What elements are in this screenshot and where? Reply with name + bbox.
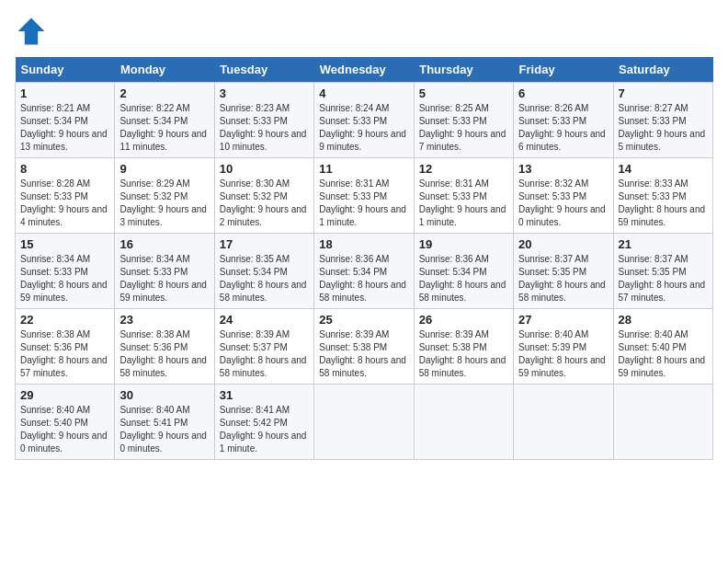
calendar-cell: 17 Sunrise: 8:35 AM Sunset: 5:34 PM Dayl… <box>214 234 313 309</box>
calendar-cell: 2 Sunrise: 8:22 AM Sunset: 5:34 PM Dayli… <box>115 83 214 158</box>
calendar-cell: 23 Sunrise: 8:38 AM Sunset: 5:36 PM Dayl… <box>115 309 214 385</box>
day-info: Sunrise: 8:33 AM Sunset: 5:33 PM Dayligh… <box>619 178 708 229</box>
day-info: Sunrise: 8:31 AM Sunset: 5:33 PM Dayligh… <box>419 178 508 229</box>
day-info: Sunrise: 8:29 AM Sunset: 5:32 PM Dayligh… <box>119 178 209 229</box>
day-info: Sunrise: 8:36 AM Sunset: 5:34 PM Dayligh… <box>319 253 408 304</box>
calendar-cell <box>414 385 513 460</box>
day-info: Sunrise: 8:34 AM Sunset: 5:33 PM Dayligh… <box>20 253 109 304</box>
calendar-cell: 9 Sunrise: 8:29 AM Sunset: 5:32 PM Dayli… <box>115 158 214 234</box>
calendar-cell <box>613 385 712 460</box>
calendar-cell: 13 Sunrise: 8:32 AM Sunset: 5:33 PM Dayl… <box>514 158 613 234</box>
calendar-cell: 5 Sunrise: 8:25 AM Sunset: 5:33 PM Dayli… <box>414 83 513 158</box>
calendar-cell: 8 Sunrise: 8:28 AM Sunset: 5:33 PM Dayli… <box>16 158 115 234</box>
day-number: 30 <box>119 388 209 402</box>
calendar-cell: 26 Sunrise: 8:39 AM Sunset: 5:38 PM Dayl… <box>414 309 513 385</box>
header-row: Sunday Monday Tuesday Wednesday Thursday… <box>16 57 713 83</box>
day-number: 31 <box>220 388 309 402</box>
day-info: Sunrise: 8:24 AM Sunset: 5:33 PM Dayligh… <box>319 102 408 154</box>
day-number: 3 <box>220 86 309 100</box>
day-number: 17 <box>220 237 309 251</box>
page-header <box>15 15 713 48</box>
day-info: Sunrise: 8:40 AM Sunset: 5:40 PM Dayligh… <box>20 404 109 455</box>
day-number: 4 <box>319 86 408 100</box>
day-number: 8 <box>20 162 109 176</box>
day-info: Sunrise: 8:40 AM Sunset: 5:41 PM Dayligh… <box>119 404 209 455</box>
calendar-week-row: 22 Sunrise: 8:38 AM Sunset: 5:36 PM Dayl… <box>16 309 713 385</box>
col-sunday: Sunday <box>16 57 115 83</box>
col-thursday: Thursday <box>414 57 513 83</box>
day-number: 20 <box>518 237 608 251</box>
calendar-cell: 19 Sunrise: 8:36 AM Sunset: 5:34 PM Dayl… <box>414 234 513 309</box>
day-info: Sunrise: 8:35 AM Sunset: 5:34 PM Dayligh… <box>220 253 309 304</box>
calendar-cell: 3 Sunrise: 8:23 AM Sunset: 5:33 PM Dayli… <box>214 83 313 158</box>
day-info: Sunrise: 8:34 AM Sunset: 5:33 PM Dayligh… <box>119 253 209 304</box>
logo-icon <box>15 15 48 48</box>
calendar-cell: 29 Sunrise: 8:40 AM Sunset: 5:40 PM Dayl… <box>16 385 115 460</box>
day-number: 29 <box>20 388 109 402</box>
day-number: 16 <box>119 237 209 251</box>
calendar-table: Sunday Monday Tuesday Wednesday Thursday… <box>15 57 713 460</box>
calendar-week-row: 1 Sunrise: 8:21 AM Sunset: 5:34 PM Dayli… <box>16 83 713 158</box>
day-info: Sunrise: 8:39 AM Sunset: 5:37 PM Dayligh… <box>220 328 309 380</box>
col-tuesday: Tuesday <box>214 57 313 83</box>
col-monday: Monday <box>115 57 214 83</box>
calendar-cell: 22 Sunrise: 8:38 AM Sunset: 5:36 PM Dayl… <box>16 309 115 385</box>
day-number: 15 <box>20 237 109 251</box>
col-wednesday: Wednesday <box>314 57 414 83</box>
calendar-cell: 20 Sunrise: 8:37 AM Sunset: 5:35 PM Dayl… <box>514 234 613 309</box>
day-number: 18 <box>319 237 408 251</box>
day-info: Sunrise: 8:39 AM Sunset: 5:38 PM Dayligh… <box>319 328 408 380</box>
day-number: 5 <box>419 86 508 100</box>
day-number: 14 <box>619 162 708 176</box>
svg-marker-0 <box>18 18 45 45</box>
day-info: Sunrise: 8:31 AM Sunset: 5:33 PM Dayligh… <box>319 178 408 229</box>
calendar-week-row: 29 Sunrise: 8:40 AM Sunset: 5:40 PM Dayl… <box>16 385 713 460</box>
day-number: 26 <box>419 313 508 327</box>
day-info: Sunrise: 8:27 AM Sunset: 5:33 PM Dayligh… <box>619 102 708 154</box>
calendar-cell: 25 Sunrise: 8:39 AM Sunset: 5:38 PM Dayl… <box>314 309 414 385</box>
calendar-cell: 16 Sunrise: 8:34 AM Sunset: 5:33 PM Dayl… <box>115 234 214 309</box>
day-number: 25 <box>319 313 408 327</box>
day-number: 13 <box>518 162 608 176</box>
day-number: 2 <box>119 86 209 100</box>
day-number: 9 <box>119 162 209 176</box>
day-number: 7 <box>619 86 708 100</box>
day-info: Sunrise: 8:23 AM Sunset: 5:33 PM Dayligh… <box>220 102 309 154</box>
day-info: Sunrise: 8:22 AM Sunset: 5:34 PM Dayligh… <box>119 102 209 154</box>
day-number: 1 <box>20 86 109 100</box>
day-info: Sunrise: 8:32 AM Sunset: 5:33 PM Dayligh… <box>518 178 608 229</box>
calendar-cell <box>314 385 414 460</box>
day-number: 24 <box>220 313 309 327</box>
day-number: 27 <box>518 313 608 327</box>
day-info: Sunrise: 8:37 AM Sunset: 5:35 PM Dayligh… <box>619 253 708 304</box>
day-info: Sunrise: 8:40 AM Sunset: 5:39 PM Dayligh… <box>518 328 608 380</box>
calendar-week-row: 8 Sunrise: 8:28 AM Sunset: 5:33 PM Dayli… <box>16 158 713 234</box>
calendar-cell: 11 Sunrise: 8:31 AM Sunset: 5:33 PM Dayl… <box>314 158 414 234</box>
day-info: Sunrise: 8:26 AM Sunset: 5:33 PM Dayligh… <box>518 102 608 154</box>
day-number: 19 <box>419 237 508 251</box>
calendar-cell: 28 Sunrise: 8:40 AM Sunset: 5:40 PM Dayl… <box>613 309 712 385</box>
day-info: Sunrise: 8:21 AM Sunset: 5:34 PM Dayligh… <box>20 102 109 154</box>
calendar-cell: 18 Sunrise: 8:36 AM Sunset: 5:34 PM Dayl… <box>314 234 414 309</box>
calendar-week-row: 15 Sunrise: 8:34 AM Sunset: 5:33 PM Dayl… <box>16 234 713 309</box>
calendar-cell: 10 Sunrise: 8:30 AM Sunset: 5:32 PM Dayl… <box>214 158 313 234</box>
day-info: Sunrise: 8:30 AM Sunset: 5:32 PM Dayligh… <box>220 178 309 229</box>
col-saturday: Saturday <box>613 57 712 83</box>
day-number: 22 <box>20 313 109 327</box>
day-number: 11 <box>319 162 408 176</box>
calendar-cell: 1 Sunrise: 8:21 AM Sunset: 5:34 PM Dayli… <box>16 83 115 158</box>
day-info: Sunrise: 8:28 AM Sunset: 5:33 PM Dayligh… <box>20 178 109 229</box>
day-info: Sunrise: 8:38 AM Sunset: 5:36 PM Dayligh… <box>119 328 209 380</box>
day-info: Sunrise: 8:25 AM Sunset: 5:33 PM Dayligh… <box>419 102 508 154</box>
day-number: 28 <box>619 313 708 327</box>
calendar-cell: 31 Sunrise: 8:41 AM Sunset: 5:42 PM Dayl… <box>214 385 313 460</box>
calendar-cell: 12 Sunrise: 8:31 AM Sunset: 5:33 PM Dayl… <box>414 158 513 234</box>
day-info: Sunrise: 8:36 AM Sunset: 5:34 PM Dayligh… <box>419 253 508 304</box>
day-info: Sunrise: 8:38 AM Sunset: 5:36 PM Dayligh… <box>20 328 109 380</box>
day-number: 21 <box>619 237 708 251</box>
calendar-cell: 30 Sunrise: 8:40 AM Sunset: 5:41 PM Dayl… <box>115 385 214 460</box>
calendar-cell: 24 Sunrise: 8:39 AM Sunset: 5:37 PM Dayl… <box>214 309 313 385</box>
calendar-cell: 27 Sunrise: 8:40 AM Sunset: 5:39 PM Dayl… <box>514 309 613 385</box>
calendar-cell: 6 Sunrise: 8:26 AM Sunset: 5:33 PM Dayli… <box>514 83 613 158</box>
day-info: Sunrise: 8:41 AM Sunset: 5:42 PM Dayligh… <box>220 404 309 455</box>
